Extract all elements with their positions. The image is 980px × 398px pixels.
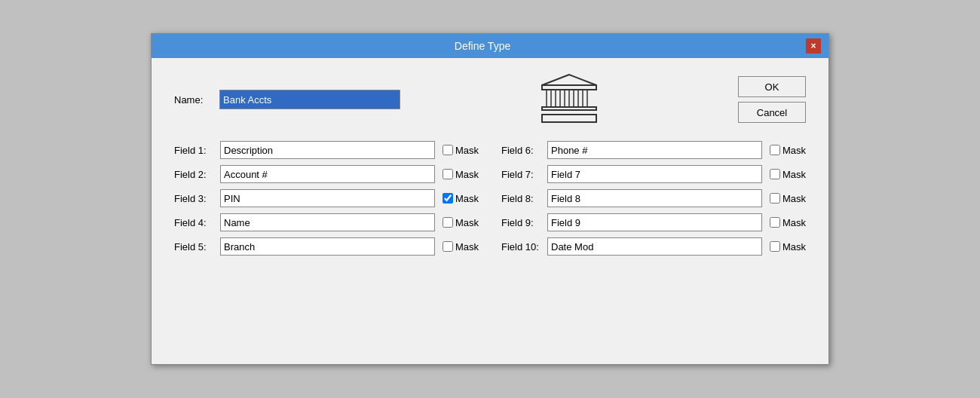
svg-marker-8 (542, 75, 596, 85)
mask-text: Mask (782, 217, 806, 228)
close-button[interactable]: × (806, 38, 821, 54)
mask-checkbox[interactable] (443, 241, 453, 252)
field-input[interactable] (220, 141, 435, 159)
title-bar: Define Type × (152, 34, 828, 58)
mask-label: Mask (770, 169, 806, 180)
mask-label: Mask (770, 193, 806, 204)
name-label: Name: (174, 94, 219, 106)
mask-label: Mask (443, 145, 479, 156)
mask-text: Mask (782, 145, 806, 156)
ok-cancel-area: OK Cancel (738, 76, 806, 123)
field-row: Field 2:Mask (174, 165, 479, 183)
left-fields-column: Field 1:MaskField 2:MaskField 3:MaskFiel… (174, 141, 479, 256)
field-input[interactable] (220, 165, 435, 183)
field-input[interactable] (220, 213, 435, 231)
mask-text: Mask (782, 193, 806, 204)
name-input[interactable] (219, 90, 400, 109)
mask-label: Mask (443, 217, 479, 228)
mask-text: Mask (782, 169, 806, 180)
field-label: Field 9: (501, 217, 543, 228)
mask-checkbox[interactable] (770, 193, 780, 204)
mask-text: Mask (455, 217, 479, 228)
svg-rect-2 (547, 90, 551, 107)
field-input[interactable] (547, 237, 762, 256)
mask-text: Mask (455, 193, 479, 204)
mask-text: Mask (455, 241, 479, 253)
dialog-body: Name: (152, 58, 828, 271)
field-input[interactable] (547, 189, 762, 207)
mask-text: Mask (455, 145, 479, 156)
mask-checkbox[interactable] (770, 241, 780, 252)
field-row: Field 4:Mask (174, 213, 479, 231)
mask-checkbox[interactable] (770, 145, 780, 155)
mask-checkbox[interactable] (443, 193, 453, 204)
field-label: Field 3: (174, 193, 216, 204)
field-label: Field 10: (501, 241, 543, 253)
field-label: Field 2: (174, 169, 216, 180)
svg-rect-3 (556, 90, 560, 107)
cancel-button[interactable]: Cancel (738, 102, 806, 123)
mask-checkbox[interactable] (443, 169, 453, 179)
svg-rect-4 (565, 90, 569, 107)
field-input[interactable] (547, 141, 762, 159)
field-row: Field 8:Mask (501, 189, 806, 207)
svg-rect-0 (542, 115, 596, 122)
mask-label: Mask (770, 145, 806, 156)
field-input[interactable] (220, 237, 435, 256)
svg-rect-6 (583, 90, 587, 107)
mask-checkbox[interactable] (770, 169, 780, 179)
mask-text: Mask (455, 169, 479, 180)
field-label: Field 8: (501, 193, 543, 204)
mask-text: Mask (782, 241, 806, 253)
field-row: Field 9:Mask (501, 213, 806, 231)
field-label: Field 1: (174, 145, 216, 156)
mask-label: Mask (443, 241, 479, 253)
define-type-dialog: Define Type × Name: (151, 33, 829, 365)
mask-checkbox[interactable] (443, 145, 453, 155)
field-label: Field 7: (501, 169, 543, 180)
field-row: Field 10:Mask (501, 237, 806, 256)
mask-checkbox[interactable] (770, 217, 780, 228)
mask-label: Mask (770, 217, 806, 228)
field-label: Field 5: (174, 241, 216, 253)
top-section: Name: (174, 73, 806, 126)
field-row: Field 6:Mask (501, 141, 806, 159)
mask-label: Mask (443, 169, 479, 180)
field-row: Field 3:Mask (174, 189, 479, 207)
dialog-title: Define Type (159, 40, 806, 52)
ok-button[interactable]: OK (738, 76, 806, 97)
mask-checkbox[interactable] (443, 217, 453, 228)
field-row: Field 1:Mask (174, 141, 479, 159)
mask-label: Mask (443, 193, 479, 204)
right-fields-column: Field 6:MaskField 7:MaskField 8:MaskFiel… (501, 141, 806, 256)
icon-area (400, 73, 738, 126)
field-input[interactable] (547, 165, 762, 183)
field-input[interactable] (547, 213, 762, 231)
field-row: Field 7:Mask (501, 165, 806, 183)
mask-label: Mask (770, 241, 806, 253)
field-row: Field 5:Mask (174, 237, 479, 256)
bank-icon (539, 73, 599, 126)
fields-section: Field 1:MaskField 2:MaskField 3:MaskFiel… (174, 141, 806, 256)
field-label: Field 6: (501, 145, 543, 156)
field-label: Field 4: (174, 217, 216, 228)
svg-rect-5 (574, 90, 578, 107)
field-input[interactable] (220, 189, 435, 207)
